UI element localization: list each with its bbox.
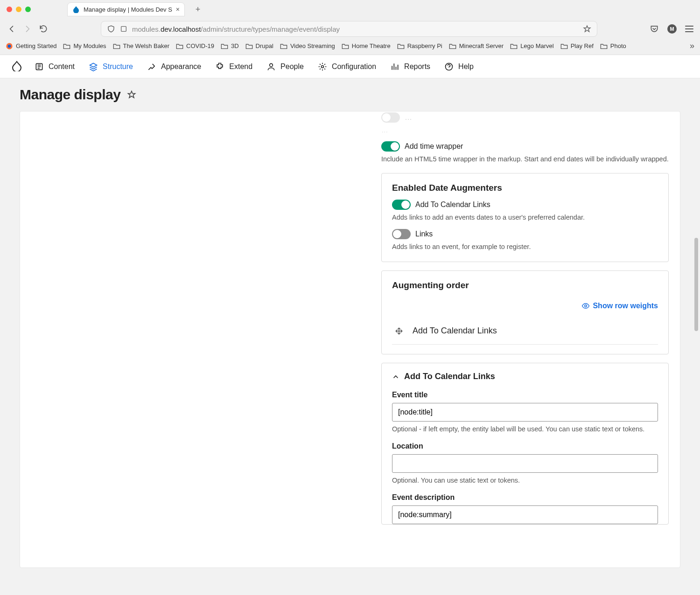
svg-point-2	[8, 44, 11, 48]
page-header: Manage display	[0, 78, 700, 111]
folder-icon	[280, 43, 287, 49]
profile-avatar[interactable]: M	[667, 24, 677, 34]
bookmark-label: Getting Started	[16, 42, 56, 49]
drupal-logo[interactable]	[11, 60, 22, 73]
admin-menu-reports[interactable]: Reports	[388, 59, 432, 74]
back-button[interactable]	[7, 24, 17, 34]
calendar-links-help: Adds links to add an events dates to a u…	[392, 213, 658, 223]
bookmarks-overflow-button[interactable]: »	[690, 41, 694, 51]
firefox-icon	[6, 42, 13, 50]
page-title: Manage display	[20, 87, 120, 103]
app-menu-button[interactable]	[685, 26, 693, 32]
location-field: Location Optional. You can use static te…	[392, 442, 658, 484]
links-label: Links	[415, 230, 433, 238]
time-wrapper-block: Add time wrapper Include an HTML5 time w…	[381, 141, 669, 165]
bookmark-label: COVID-19	[186, 42, 214, 49]
admin-menu-configuration[interactable]: Configuration	[316, 59, 378, 74]
svg-point-4	[270, 63, 273, 67]
event-title-desc: Optional - if left empty, the entity lab…	[392, 425, 658, 433]
drupal-favicon-icon	[72, 6, 80, 13]
folder-icon	[245, 43, 253, 49]
bookmark-label: Photo	[610, 42, 626, 49]
bookmark-item[interactable]: Drupal	[245, 42, 273, 49]
admin-menu-extend[interactable]: Extend	[213, 59, 254, 74]
links-toggle[interactable]	[392, 229, 411, 239]
folder-icon	[221, 43, 228, 49]
bookmark-item[interactable]: Video Streaming	[280, 42, 335, 49]
bookmark-label: Minecraft Server	[459, 42, 504, 49]
eye-icon	[581, 302, 590, 310]
pocket-icon[interactable]	[650, 24, 659, 34]
folder-icon	[510, 43, 518, 49]
bookmark-item[interactable]: My Modules	[63, 42, 106, 49]
event-title-field: Event title Optional - if left empty, th…	[392, 391, 658, 433]
event-description-field: Event description	[392, 493, 658, 524]
location-desc: Optional. You can use static text or tok…	[392, 477, 658, 484]
bookmark-item[interactable]: Getting Started	[6, 42, 56, 50]
browser-tab[interactable]: Manage display | Modules Dev S ×	[67, 2, 185, 16]
url-bar[interactable]: modules.dev.localhost/admin/structure/ty…	[101, 21, 597, 37]
bookmark-item[interactable]: COVID-19	[176, 42, 214, 49]
add-time-wrapper-help: Include an HTML5 time wrapper in the mar…	[381, 154, 669, 165]
folder-icon	[600, 43, 608, 49]
minimize-window-button[interactable]	[16, 7, 21, 12]
admin-menu-structure[interactable]: Structure	[87, 59, 135, 74]
favorite-star-icon[interactable]	[127, 90, 136, 99]
bookmark-item[interactable]: Minecraft Server	[449, 42, 504, 49]
app: Content Structure Appearance Extend Peop…	[0, 55, 700, 587]
event-title-label: Event title	[392, 391, 658, 399]
event-title-input[interactable]	[392, 403, 658, 422]
close-window-button[interactable]	[7, 7, 12, 12]
reload-button[interactable]	[38, 24, 49, 34]
bookmarks-bar: Getting StartedMy ModulesThe Welsh Baker…	[0, 39, 700, 55]
maximize-window-button[interactable]	[25, 7, 31, 12]
bookmark-label: My Modules	[73, 42, 106, 49]
augmenting-order-title: Augmenting order	[392, 280, 658, 291]
folder-icon	[449, 43, 456, 49]
toolbar-right: M	[650, 24, 693, 34]
admin-toolbar: Content Structure Appearance Extend Peop…	[0, 55, 700, 78]
add-time-wrapper-label: Add time wrapper	[405, 142, 463, 151]
add-time-wrapper-toggle[interactable]	[381, 141, 400, 152]
svg-rect-0	[121, 27, 126, 32]
augmenting-order-section: Augmenting order Show row weights Add To…	[381, 270, 669, 354]
admin-menu-content[interactable]: Content	[33, 59, 77, 74]
bookmark-label: The Welsh Baker	[123, 42, 169, 49]
location-label: Location	[392, 442, 658, 450]
bookmark-item[interactable]: Raspberry Pi	[397, 42, 442, 49]
admin-menu-people[interactable]: People	[265, 59, 306, 74]
event-description-input[interactable]	[392, 505, 658, 524]
shield-icon	[107, 25, 115, 33]
date-augmenters-section: Enabled Date Augmenters Add To Calendar …	[381, 173, 669, 263]
calendar-links-collapse-toggle[interactable]: Add To Calendar Links	[392, 372, 658, 381]
links-help: Adds links to an event, for example to r…	[392, 242, 658, 252]
bookmark-item[interactable]: 3D	[221, 42, 239, 49]
order-row-label: Add To Calendar Links	[413, 326, 497, 336]
browser-toolbar: modules.dev.localhost/admin/structure/ty…	[0, 19, 700, 39]
location-input[interactable]	[392, 454, 658, 473]
calendar-links-settings: Add To Calendar Links Event title Option…	[381, 363, 669, 525]
bookmark-item[interactable]: Play Ref	[560, 42, 594, 49]
tab-title: Manage display | Modules Dev S	[84, 6, 172, 13]
bookmark-item[interactable]: The Welsh Baker	[113, 42, 169, 49]
bookmark-star-icon[interactable]	[583, 25, 591, 33]
order-row[interactable]: Add To Calendar Links	[392, 318, 658, 345]
bookmark-label: Lego Marvel	[520, 42, 554, 49]
new-tab-button[interactable]: +	[192, 5, 203, 14]
show-row-weights-link[interactable]: Show row weights	[392, 298, 658, 318]
bookmark-item[interactable]: Lego Marvel	[510, 42, 554, 49]
bookmark-label: Video Streaming	[290, 42, 335, 49]
calendar-links-label: Add To Calendar Links	[415, 201, 490, 209]
admin-menu-help[interactable]: Help	[442, 59, 476, 74]
tab-close-button[interactable]: ×	[176, 6, 180, 13]
browser-chrome: Manage display | Modules Dev S × + modul…	[0, 0, 700, 55]
window-controls	[7, 7, 31, 12]
drag-handle-icon[interactable]	[395, 327, 403, 335]
admin-menu-appearance[interactable]: Appearance	[145, 59, 203, 74]
chevron-up-icon	[392, 373, 399, 381]
forward-button[interactable]	[22, 24, 33, 34]
calendar-links-toggle[interactable]	[392, 200, 411, 210]
folder-icon	[176, 43, 183, 49]
bookmark-item[interactable]: Home Theatre	[342, 42, 391, 49]
bookmark-item[interactable]: Photo	[600, 42, 626, 49]
